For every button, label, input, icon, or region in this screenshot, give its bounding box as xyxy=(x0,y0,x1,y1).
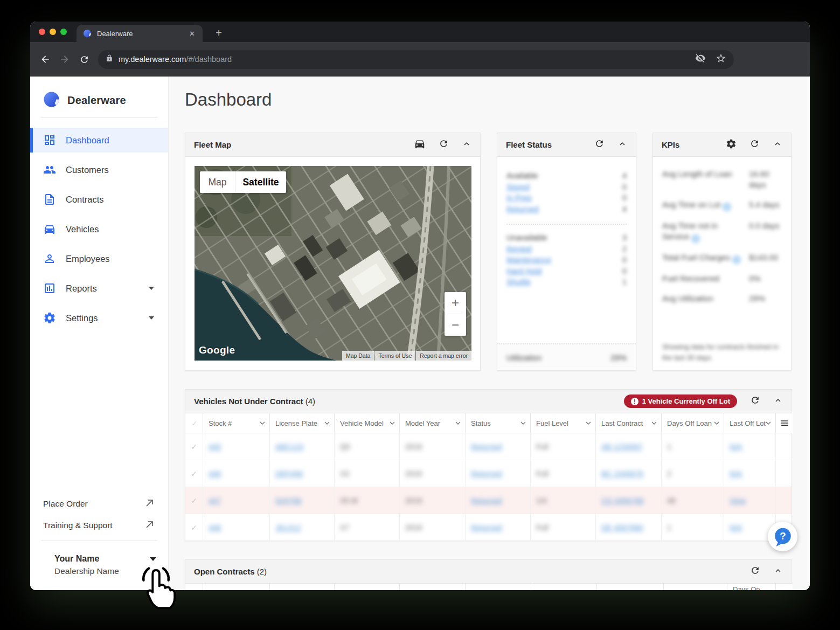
sidebar-item-dashboard[interactable]: Dashboard xyxy=(30,128,168,153)
column-menu-button[interactable] xyxy=(776,413,793,433)
column-header[interactable]: Last Contract xyxy=(596,413,662,433)
close-window-button[interactable] xyxy=(39,29,45,35)
column-header[interactable]: Days Off Loan xyxy=(662,413,724,433)
column-header[interactable]: Service Advisor xyxy=(531,584,597,590)
column-menu-button[interactable] xyxy=(776,584,793,590)
status-link[interactable]: In Prep xyxy=(506,192,532,204)
row-checkbox[interactable]: ✓ xyxy=(185,433,203,460)
status-link[interactable]: Shuttle xyxy=(506,276,531,288)
collapse-chevron-icon[interactable] xyxy=(617,139,627,151)
forward-button[interactable] xyxy=(55,50,74,69)
bookmark-star-icon[interactable] xyxy=(716,53,726,66)
cell-value[interactable]: Returned xyxy=(471,469,502,478)
sidebar-item-reports[interactable]: Reports xyxy=(30,276,168,301)
row-checkbox[interactable]: ✓ xyxy=(185,514,203,541)
cell-value[interactable]: Returned xyxy=(471,496,502,505)
select-all-checkbox[interactable]: ✓ xyxy=(185,584,203,590)
status-link[interactable]: Stored xyxy=(506,182,530,193)
cell-value[interactable]: View xyxy=(730,496,746,505)
column-header[interactable]: Model Year xyxy=(400,413,466,433)
user-menu-caret-icon[interactable] xyxy=(150,557,156,561)
zoom-out-button[interactable]: − xyxy=(445,314,466,336)
zoom-in-button[interactable]: + xyxy=(445,292,466,314)
sidebar-item-vehicles[interactable]: Vehicles xyxy=(30,217,168,241)
cell-value[interactable]: JKL012 xyxy=(275,523,301,532)
column-header[interactable]: License Plate xyxy=(270,413,335,433)
table-row[interactable]: ✓446DEF456X32019ReturnedFullBC 23456782N… xyxy=(185,460,792,487)
refresh-icon[interactable] xyxy=(750,565,760,578)
table-row[interactable]: ✓448JKL012X72019ReturnedFullDE 45678901N… xyxy=(185,514,792,541)
collapse-chevron-icon[interactable] xyxy=(462,139,471,151)
refresh-icon[interactable] xyxy=(750,395,760,407)
status-link[interactable]: Hard Hold xyxy=(506,266,542,277)
cell-value[interactable]: DE 4567890 xyxy=(601,523,643,532)
info-icon[interactable]: i xyxy=(691,234,700,243)
eye-off-icon[interactable] xyxy=(695,53,706,66)
column-header[interactable]: Repair Order xyxy=(664,584,727,590)
car-filter-icon[interactable] xyxy=(414,138,426,152)
table-row[interactable]: ✓445ABC123Q52019ReturnedFullAB 12345671N… xyxy=(185,433,792,460)
column-header[interactable]: Customer xyxy=(466,584,531,590)
reload-button[interactable] xyxy=(74,50,94,69)
satellite-map[interactable]: Map Satellite + − Google Map Data Terms … xyxy=(195,166,471,361)
back-button[interactable] xyxy=(36,50,55,69)
map-data-link[interactable]: Map Data xyxy=(342,351,374,361)
cell-value[interactable]: DEF456 xyxy=(275,469,303,478)
column-header[interactable]: Vehicle Model xyxy=(335,584,400,590)
browser-tab[interactable]: Dealerware ✕ xyxy=(77,25,203,42)
cell-value[interactable]: ABC123 xyxy=(275,442,303,451)
info-icon[interactable]: i xyxy=(723,203,731,211)
row-checkbox[interactable]: ✓ xyxy=(185,487,203,514)
column-header[interactable]: Contract ID xyxy=(597,584,664,590)
help-button[interactable]: ? xyxy=(768,522,797,551)
cell-value[interactable]: N/A xyxy=(730,523,742,532)
satellite-view-button[interactable]: Satellite xyxy=(235,171,286,193)
column-header[interactable]: Fuel Level xyxy=(531,413,596,433)
cell-value[interactable]: BC 2345678 xyxy=(601,469,643,478)
column-header[interactable]: Model Year xyxy=(400,584,466,590)
cell-value[interactable]: 448 xyxy=(209,523,221,532)
column-header[interactable]: Stock # xyxy=(203,413,270,433)
refresh-icon[interactable] xyxy=(439,139,449,151)
collapse-chevron-icon[interactable] xyxy=(773,396,783,407)
training-support-link[interactable]: Training & Support xyxy=(30,519,168,532)
status-link[interactable]: Returned xyxy=(506,204,539,215)
cell-value[interactable]: 445 xyxy=(209,442,221,451)
map-view-button[interactable]: Map xyxy=(200,171,235,193)
cell-value[interactable]: N/A xyxy=(730,469,742,478)
cell-value[interactable]: CD 3456789 xyxy=(601,496,644,505)
refresh-icon[interactable] xyxy=(749,139,760,151)
place-order-link[interactable]: Place Order xyxy=(30,497,168,510)
row-checkbox[interactable]: ✓ xyxy=(185,460,203,487)
address-bar[interactable]: my.dealerware.com/#/dashboard xyxy=(98,50,734,69)
column-header[interactable]: Stock # xyxy=(203,584,270,590)
report-map-error-link[interactable]: Report a map error xyxy=(416,351,471,361)
column-header[interactable]: License Plate xyxy=(270,584,335,590)
cell-value[interactable]: 446 xyxy=(209,469,221,478)
status-link[interactable]: Maintenance xyxy=(506,254,551,266)
minimize-window-button[interactable] xyxy=(50,29,56,35)
column-header[interactable]: Status xyxy=(466,413,531,433)
sidebar-item-employees[interactable]: Employees xyxy=(30,246,168,271)
cell-value[interactable]: AB 1234567 xyxy=(601,442,643,451)
refresh-icon[interactable] xyxy=(594,139,605,151)
terms-of-use-link[interactable]: Terms of Use xyxy=(374,351,415,361)
new-tab-button[interactable]: + xyxy=(211,25,226,40)
status-link[interactable]: Rented xyxy=(506,244,532,255)
sidebar-item-contracts[interactable]: Contracts xyxy=(30,187,168,212)
sidebar-item-settings[interactable]: Settings xyxy=(30,306,168,330)
kpi-settings-gear-icon[interactable] xyxy=(726,139,737,151)
cell-value[interactable]: N/A xyxy=(730,442,742,451)
cell-value[interactable]: Returned xyxy=(471,442,502,451)
close-tab-icon[interactable]: ✕ xyxy=(188,30,196,38)
collapse-chevron-icon[interactable] xyxy=(773,566,783,578)
column-header[interactable]: Last Off Lot xyxy=(724,413,776,433)
cell-value[interactable]: GHI789 xyxy=(275,496,301,505)
cell-value[interactable]: 447 xyxy=(209,496,221,505)
sidebar-item-customers[interactable]: Customers xyxy=(30,157,168,182)
table-row[interactable]: ✓447GHI789X5 M2019Returned1/4CD 34567894… xyxy=(185,487,792,514)
column-header[interactable]: Vehicle Model xyxy=(335,413,400,433)
column-header[interactable]: Days On Loan xyxy=(727,584,776,590)
collapse-chevron-icon[interactable] xyxy=(773,139,782,151)
off-lot-alert-badge[interactable]: ! 1 Vehicle Currently Off Lot xyxy=(624,394,737,408)
